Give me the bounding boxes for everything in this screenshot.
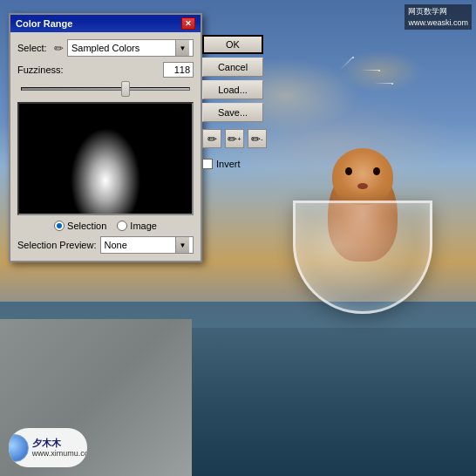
- sampled-colors-option: Sampled Colors: [71, 43, 175, 53]
- glass-bowl: [293, 201, 432, 314]
- slider-thumb[interactable]: [121, 81, 130, 97]
- eyedropper-select-icon: ✏: [54, 42, 64, 55]
- preview-dropdown-arrow[interactable]: ▼: [175, 237, 189, 253]
- invert-label: Invert: [216, 159, 241, 169]
- ok-button[interactable]: OK: [202, 35, 263, 54]
- select-dropdown[interactable]: Sampled Colors ▼: [67, 39, 194, 57]
- image-radio-label: Image: [130, 221, 157, 231]
- watermark: 网页数学网 www.weaski.com: [405, 4, 472, 30]
- image-radio[interactable]: [117, 221, 127, 231]
- close-button[interactable]: ✕: [181, 17, 195, 30]
- fuzziness-row: Fuzziness: 118: [17, 62, 194, 78]
- load-button[interactable]: Load...: [202, 80, 263, 99]
- logo-inner: 夕木木 www.ximumu.com: [9, 434, 87, 462]
- save-button[interactable]: Save...: [202, 103, 263, 122]
- tools-row: ✏ ✏+ ✏-: [202, 129, 267, 148]
- selection-radio[interactable]: [54, 221, 65, 231]
- dialog-title: Color Range: [16, 18, 72, 29]
- eyedropper-minus-button[interactable]: ✏-: [248, 129, 267, 148]
- none-option: None: [105, 240, 176, 250]
- preview-content: [19, 104, 192, 214]
- hamster-eye-right: [373, 167, 380, 175]
- select-row: Select: ✏ Sampled Colors ▼: [17, 39, 194, 57]
- logo-text: 夕木木 www.ximumu.com: [32, 437, 87, 459]
- invert-row: Invert: [202, 159, 267, 169]
- eyedropper-plus-button[interactable]: ✏+: [225, 129, 244, 148]
- invert-checkbox[interactable]: [202, 159, 213, 169]
- image-radio-item[interactable]: Image: [117, 221, 157, 231]
- logo-url: www.ximumu.com: [32, 449, 87, 459]
- select-label: Select:: [17, 43, 51, 53]
- watermark-line1: 网页数学网: [408, 6, 468, 17]
- selection-preview-dropdown[interactable]: None ▼: [100, 236, 194, 254]
- dialog-titlebar: Color Range ✕: [10, 15, 201, 32]
- view-mode-radio-row: Selection Image: [17, 221, 194, 231]
- color-range-dialog: Color Range ✕ Select: ✏ Sampled Colors ▼…: [9, 13, 202, 262]
- fuzziness-value[interactable]: 118: [163, 62, 194, 78]
- hamster-area: [267, 52, 459, 331]
- right-panel: OK Cancel Load... Save... ✏ ✏+ ✏- Invert: [202, 13, 267, 169]
- eyedropper-button[interactable]: ✏: [202, 129, 221, 148]
- selection-preview-label: Selection Preview:: [17, 240, 97, 250]
- cancel-button[interactable]: Cancel: [202, 58, 263, 77]
- fuzziness-slider[interactable]: [17, 81, 194, 97]
- hamster-nose: [357, 183, 368, 189]
- selection-preview-row: Selection Preview: None ▼: [17, 236, 194, 254]
- bw-preview: [17, 102, 194, 215]
- logo-area: 夕木木 www.ximumu.com: [9, 428, 87, 467]
- selection-radio-label: Selection: [67, 221, 106, 231]
- slider-track: [21, 87, 190, 91]
- dialog-body: Select: ✏ Sampled Colors ▼ Fuzziness: 11…: [10, 32, 201, 261]
- selection-radio-item[interactable]: Selection: [54, 221, 106, 231]
- logo-chinese: 夕木木: [32, 437, 87, 449]
- select-dropdown-arrow[interactable]: ▼: [175, 40, 189, 56]
- hamster-head: [332, 148, 393, 205]
- watermark-line2: www.weaski.com: [408, 17, 468, 29]
- logo-circle: [9, 434, 29, 462]
- fuzziness-label: Fuzziness:: [17, 65, 65, 75]
- hamster-eye-left: [345, 167, 352, 175]
